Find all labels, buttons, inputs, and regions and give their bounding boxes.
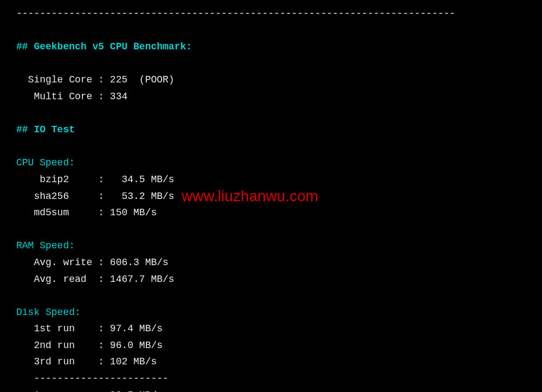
md5sum-row: md5sum : 150 MB/s <box>16 204 526 221</box>
io-test-header: ## IO Test <box>16 121 526 138</box>
ram-write-value: 606.3 MB/s <box>110 257 169 268</box>
bzip2-label: bzip2 <box>16 174 69 185</box>
disk-avg-label: Average <box>16 390 75 392</box>
ram-write-label: Avg. write <box>16 257 92 268</box>
single-core-value: 225 (POOR) <box>110 74 175 85</box>
md5sum-value: 150 MB/s <box>110 207 157 218</box>
disk-run2-value: 96.0 MB/s <box>110 340 163 351</box>
bzip2-value: 34.5 MB/s <box>116 174 175 185</box>
disk-sub-divider: ----------------------- <box>16 370 526 387</box>
disk-run2-row: 2nd run : 96.0 MB/s <box>16 337 526 354</box>
ram-read-value: 1467.7 MB/s <box>110 274 175 285</box>
disk-run1-row: 1st run : 97.4 MB/s <box>16 320 526 337</box>
disk-run3-value: 102 MB/s <box>110 356 157 367</box>
multi-core-row: Multi Core : 334 <box>16 88 526 105</box>
multi-core-label: Multi Core <box>16 91 92 102</box>
top-divider: ----------------------------------------… <box>16 5 526 22</box>
sha256-value: 53.2 MB/s <box>116 191 175 202</box>
ram-write-row: Avg. write : 606.3 MB/s <box>16 254 526 271</box>
disk-avg-value: 98.5 MB/s <box>110 390 163 392</box>
cpu-speed-header: CPU Speed: <box>16 155 526 171</box>
sha256-row: sha256 : 53.2 MB/s <box>16 188 526 205</box>
md5sum-label: md5sum <box>16 207 69 218</box>
sha256-label: sha256 <box>16 191 69 202</box>
multi-core-value: 334 <box>110 91 127 102</box>
disk-speed-header: Disk Speed: <box>16 304 526 321</box>
disk-run3-label: 3rd run <box>16 356 75 367</box>
disk-run1-label: 1st run <box>16 323 75 334</box>
geekbench-header: ## Geekbench v5 CPU Benchmark: <box>16 38 526 55</box>
single-core-label: Single Core <box>16 74 92 85</box>
disk-run3-row: 3rd run : 102 MB/s <box>16 354 526 370</box>
ram-speed-header: RAM Speed: <box>16 237 526 254</box>
single-core-row: Single Core : 225 (POOR) <box>16 72 526 88</box>
ram-read-label: Avg. read <box>16 274 92 285</box>
disk-avg-row: Average : 98.5 MB/s <box>16 387 526 392</box>
ram-read-row: Avg. read : 1467.7 MB/s <box>16 271 526 288</box>
disk-run2-label: 2nd run <box>16 340 75 351</box>
bzip2-row: bzip2 : 34.5 MB/s <box>16 171 526 188</box>
disk-run1-value: 97.4 MB/s <box>110 323 163 334</box>
